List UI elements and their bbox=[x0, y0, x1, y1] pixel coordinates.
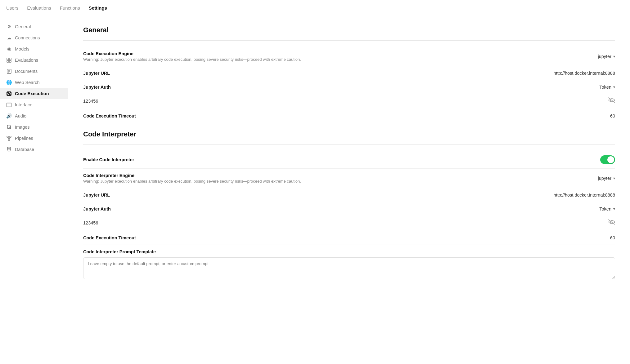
enable-code-interpreter-row: Enable Code Interpreter bbox=[83, 151, 615, 169]
svg-line-16 bbox=[9, 137, 10, 139]
svg-rect-10 bbox=[7, 103, 11, 107]
code-execution-engine-label-block: Code Execution Engine Warning: Jupyter e… bbox=[83, 51, 301, 62]
svg-line-15 bbox=[8, 137, 9, 139]
jupyter-auth-2-label: Jupyter Auth bbox=[83, 206, 599, 211]
enable-code-interpreter-toggle[interactable] bbox=[600, 155, 615, 164]
sidebar-item-pipelines[interactable]: Pipelines bbox=[0, 133, 68, 144]
nav-evaluations[interactable]: Evaluations bbox=[27, 4, 51, 12]
general-divider bbox=[83, 40, 615, 41]
svg-point-17 bbox=[7, 147, 11, 149]
cloud-icon: ☁ bbox=[6, 35, 12, 41]
jupyter-url-row: Jupyter URL http://host.docker.internal:… bbox=[83, 66, 615, 80]
sidebar-label-connections: Connections bbox=[15, 35, 40, 40]
jupyter-auth-dropdown[interactable]: Token ▾ bbox=[599, 85, 615, 90]
sidebar-label-models: Models bbox=[15, 47, 29, 51]
code-execution-timeout-row: Code Execution Timeout 60 bbox=[83, 109, 615, 123]
svg-rect-2 bbox=[7, 60, 9, 62]
sidebar-label-web-search: Web Search bbox=[15, 80, 40, 85]
auth-token-2-row: 123456 bbox=[83, 216, 615, 231]
sidebar-label-code-execution: Code Execution bbox=[15, 91, 49, 96]
main-layout: ⚙ General ☁ Connections ◉ Models Evaluat… bbox=[0, 16, 630, 364]
jupyter-url-value: http://host.docker.internal:8888 bbox=[554, 71, 615, 76]
sidebar-item-web-search[interactable]: 🌐 Web Search bbox=[0, 77, 68, 88]
jupyter-url-2-value: http://host.docker.internal:8888 bbox=[554, 193, 615, 198]
code-execution-engine-sub: Warning: Jupyter execution enables arbit… bbox=[83, 57, 301, 62]
jupyter-auth-2-dropdown[interactable]: Token ▾ bbox=[599, 206, 615, 211]
nav-functions[interactable]: Functions bbox=[60, 4, 80, 12]
database-icon bbox=[6, 147, 12, 152]
jupyter-auth-2-row: Jupyter Auth Token ▾ bbox=[83, 202, 615, 216]
general-section-title: General bbox=[83, 26, 615, 34]
general-section: General Code Execution Engine Warning: J… bbox=[83, 26, 615, 123]
code-execution-engine-row: Code Execution Engine Warning: Jupyter e… bbox=[83, 47, 615, 66]
code-execution-timeout-2-value: 60 bbox=[610, 235, 615, 240]
globe-icon: 🌐 bbox=[6, 80, 12, 85]
svg-rect-13 bbox=[9, 136, 11, 137]
svg-rect-1 bbox=[9, 58, 11, 60]
code-interpreter-engine-value: jupyter bbox=[598, 176, 611, 181]
code-execution-timeout-value: 60 bbox=[610, 113, 615, 118]
sidebar-item-interface[interactable]: Interface bbox=[0, 99, 68, 110]
code-execution-timeout-label: Code Execution Timeout bbox=[83, 113, 610, 118]
code-execution-timeout-2-label: Code Execution Timeout bbox=[83, 235, 610, 240]
code-execution-engine-value: jupyter bbox=[598, 54, 611, 59]
sidebar-item-general[interactable]: ⚙ General bbox=[0, 21, 68, 32]
auth-token-2-value: 123456 bbox=[83, 220, 98, 225]
jupyter-auth-label: Jupyter Auth bbox=[83, 85, 599, 90]
sidebar-label-images: Images bbox=[15, 125, 30, 130]
code-interpreter-section-title: Code Interpreter bbox=[83, 130, 615, 138]
jupyter-url-2-row: Jupyter URL http://host.docker.internal:… bbox=[83, 188, 615, 202]
sidebar-item-code-execution[interactable]: Code Execution bbox=[0, 88, 68, 99]
jupyter-auth-value: Token bbox=[599, 85, 611, 90]
prompt-template-row: Code Interpreter Prompt Template bbox=[83, 245, 615, 280]
images-icon: 🖼 bbox=[6, 124, 12, 130]
jupyter-auth-2-value: Token bbox=[599, 206, 611, 211]
sidebar-item-models[interactable]: ◉ Models bbox=[0, 43, 68, 55]
code-interpreter-engine-label: Code Interpreter Engine bbox=[83, 173, 301, 178]
chevron-down-icon-4: ▾ bbox=[613, 207, 615, 211]
code-interpreter-engine-label-block: Code Interpreter Engine Warning: Jupyter… bbox=[83, 173, 301, 184]
jupyter-auth-2-control[interactable]: Token ▾ bbox=[599, 206, 615, 211]
code-interpreter-engine-control[interactable]: jupyter ▾ bbox=[598, 176, 615, 181]
jupyter-auth-control[interactable]: Token ▾ bbox=[599, 85, 615, 90]
nav-settings[interactable]: Settings bbox=[89, 4, 107, 12]
top-nav: Users Evaluations Functions Settings bbox=[0, 0, 630, 16]
code-interpreter-engine-dropdown[interactable]: jupyter ▾ bbox=[598, 176, 615, 181]
chevron-down-icon: ▾ bbox=[613, 54, 615, 59]
enable-code-interpreter-label: Enable Code Interpreter bbox=[83, 157, 600, 162]
sidebar-item-images[interactable]: 🖼 Images bbox=[0, 122, 68, 133]
code-execution-timeout-2-row: Code Execution Timeout 60 bbox=[83, 231, 615, 245]
prompt-template-label: Code Interpreter Prompt Template bbox=[83, 249, 615, 254]
sidebar-item-documents[interactable]: Documents bbox=[0, 66, 68, 77]
eye-off-icon[interactable] bbox=[608, 97, 615, 104]
code-execution-engine-control[interactable]: jupyter ▾ bbox=[598, 54, 615, 59]
sidebar-item-connections[interactable]: ☁ Connections bbox=[0, 32, 68, 43]
code-icon bbox=[6, 91, 12, 96]
sidebar-label-database: Database bbox=[15, 147, 34, 152]
nav-users[interactable]: Users bbox=[6, 4, 18, 12]
models-icon: ◉ bbox=[6, 46, 12, 52]
evaluations-icon bbox=[6, 57, 12, 63]
sidebar-item-audio[interactable]: 🔊 Audio bbox=[0, 110, 68, 122]
jupyter-auth-row: Jupyter Auth Token ▾ bbox=[83, 80, 615, 94]
jupyter-url-2-label: Jupyter URL bbox=[83, 193, 554, 198]
sidebar: ⚙ General ☁ Connections ◉ Models Evaluat… bbox=[0, 16, 68, 364]
prompt-template-input[interactable] bbox=[83, 257, 615, 279]
auth-token-value: 123456 bbox=[83, 99, 98, 104]
eye-off-icon-2[interactable] bbox=[608, 219, 615, 226]
sidebar-item-database[interactable]: Database bbox=[0, 144, 68, 155]
sidebar-label-pipelines: Pipelines bbox=[15, 136, 33, 141]
auth-token-row: 123456 bbox=[83, 94, 615, 109]
gear-icon: ⚙ bbox=[6, 24, 12, 29]
sidebar-label-interface: Interface bbox=[15, 102, 32, 107]
sidebar-label-general: General bbox=[15, 24, 31, 29]
audio-icon: 🔊 bbox=[6, 113, 12, 119]
svg-rect-14 bbox=[8, 139, 10, 140]
toggle-knob bbox=[607, 156, 614, 163]
pipelines-icon bbox=[6, 135, 12, 141]
sidebar-item-evaluations[interactable]: Evaluations bbox=[0, 55, 68, 66]
chevron-down-icon-2: ▾ bbox=[613, 85, 615, 89]
interface-icon bbox=[6, 102, 12, 108]
document-icon bbox=[6, 69, 12, 74]
code-execution-engine-dropdown[interactable]: jupyter ▾ bbox=[598, 54, 615, 59]
